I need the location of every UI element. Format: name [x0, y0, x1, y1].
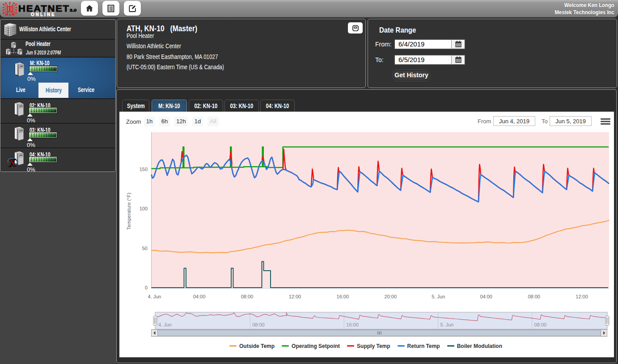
svg-text:16:00: 16:00 — [346, 322, 359, 327]
svg-text:X: X — [8, 156, 17, 169]
svg-text:50: 50 — [142, 246, 148, 251]
svg-text:0: 0 — [145, 285, 148, 290]
svg-text:08:00: 08:00 — [241, 294, 254, 299]
svg-text:04:00: 04:00 — [480, 294, 492, 299]
svg-text:12:00: 12:00 — [576, 294, 588, 299]
svg-text:08:00: 08:00 — [252, 322, 265, 327]
svg-text:04:00: 04:00 — [193, 294, 206, 299]
svg-text:08:00: 08:00 — [534, 322, 547, 327]
svg-text:4. Jun: 4. Jun — [148, 294, 161, 299]
svg-text:5. Jun: 5. Jun — [432, 294, 445, 299]
svg-text:Temperature (°F): Temperature (°F) — [126, 192, 131, 230]
svg-text:12:00: 12:00 — [289, 294, 301, 299]
svg-text:08:00: 08:00 — [528, 294, 540, 299]
svg-text:20:00: 20:00 — [385, 294, 397, 299]
svg-text:4. Jun: 4. Jun — [158, 322, 172, 327]
svg-text:100: 100 — [140, 206, 148, 211]
svg-text:16:00: 16:00 — [337, 294, 349, 299]
svg-text:150: 150 — [140, 167, 148, 172]
svg-text:5. Jun: 5. Jun — [440, 322, 454, 327]
